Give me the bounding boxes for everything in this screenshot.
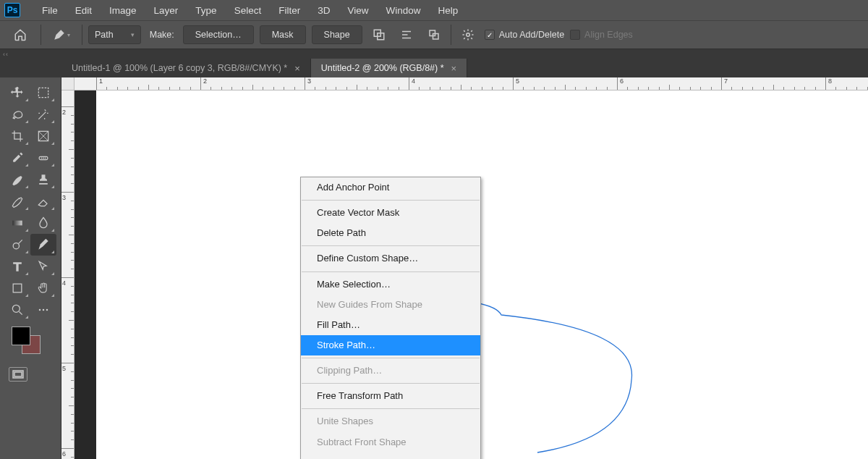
home-icon[interactable]: [6, 24, 35, 46]
pen-tool-preset-icon[interactable]: ▾: [47, 24, 76, 46]
svg-point-13: [45, 158, 46, 159]
menu-bar: Ps FileEditImageLayerTypeSelectFilter3DV…: [0, 0, 868, 20]
pen-tool[interactable]: [30, 234, 56, 256]
horizontal-ruler[interactable]: [75, 77, 868, 90]
context-menu-item[interactable]: Define Custom Shape…: [301, 248, 480, 269]
menu-type[interactable]: Type: [187, 2, 225, 19]
close-icon[interactable]: ×: [451, 63, 457, 74]
svg-rect-16: [13, 284, 22, 292]
ruler-origin[interactable]: [61, 77, 75, 90]
context-menu-item: New Guides From Shape: [301, 295, 480, 315]
svg-point-18: [39, 309, 41, 311]
photoshop-logo-icon: Ps: [4, 3, 20, 17]
marquee-tool[interactable]: [30, 82, 56, 104]
context-menu-item[interactable]: Add Anchor Point: [301, 177, 480, 198]
zoom-tool[interactable]: [4, 299, 30, 321]
canvas[interactable]: [96, 90, 868, 459]
gear-icon[interactable]: [457, 25, 479, 44]
history-brush-tool[interactable]: [4, 190, 30, 212]
lasso-tool[interactable]: [4, 104, 30, 125]
svg-rect-14: [12, 221, 22, 226]
selection-button[interactable]: Selection…: [183, 25, 254, 44]
context-menu-item: Unite Shapes at Overlap: [301, 452, 480, 459]
color-swatches[interactable]: [0, 321, 61, 363]
menu-help[interactable]: Help: [429, 2, 467, 19]
stamp-tool[interactable]: [30, 169, 56, 190]
menu-filter[interactable]: Filter: [270, 2, 309, 19]
menu-layer[interactable]: Layer: [145, 2, 187, 19]
menu-edit[interactable]: Edit: [67, 2, 101, 19]
path-arrangement-icon[interactable]: [423, 25, 445, 44]
make-label: Make:: [147, 30, 177, 40]
dodge-tool[interactable]: [4, 234, 30, 256]
context-menu-item: Subtract Front Shape: [301, 432, 480, 452]
svg-point-7: [466, 33, 469, 37]
chevron-down-icon: ▾: [131, 31, 135, 38]
menu-separator: [302, 271, 480, 272]
path-overlay: [96, 90, 868, 459]
menu-separator: [302, 245, 480, 246]
svg-rect-22: [14, 372, 22, 376]
type-tool[interactable]: [4, 256, 30, 277]
options-bar: ▾ Path ▾ Make: Selection… Mask Shape ✓ A…: [0, 20, 868, 49]
toolbox: [0, 77, 61, 459]
hand-tool[interactable]: [30, 277, 56, 299]
auto-add-delete-checkbox[interactable]: ✓ Auto Add/Delete: [485, 30, 564, 40]
svg-rect-8: [38, 88, 48, 97]
eraser-tool[interactable]: [30, 190, 56, 212]
crop-tool[interactable]: [4, 125, 30, 147]
blur-tool[interactable]: [30, 212, 56, 234]
context-menu-item[interactable]: Make Selection…: [301, 274, 480, 295]
menu-window[interactable]: Window: [377, 2, 429, 19]
context-menu-item[interactable]: Create Vector Mask: [301, 203, 480, 223]
svg-point-15: [13, 243, 19, 249]
svg-point-17: [12, 305, 20, 312]
path-selection-tool[interactable]: [30, 256, 56, 277]
document-tab[interactable]: Untitled-1 @ 100% (Layer 6 copy 3, RGB/8…: [61, 59, 311, 77]
svg-point-12: [43, 158, 44, 159]
svg-point-11: [41, 158, 43, 159]
menu-separator: [302, 383, 480, 384]
align-edges-checkbox: Align Edges: [570, 30, 633, 40]
magic-wand-tool[interactable]: [30, 104, 56, 125]
eyedropper-tool[interactable]: [4, 147, 30, 169]
menu-separator: [302, 358, 480, 358]
svg-point-20: [46, 309, 48, 311]
menu-3d[interactable]: 3D: [309, 2, 339, 19]
document-tabs: Untitled-1 @ 100% (Layer 6 copy 3, RGB/8…: [0, 59, 868, 77]
menu-view[interactable]: View: [339, 2, 377, 19]
menu-file[interactable]: File: [33, 2, 67, 19]
path-alignment-icon[interactable]: [396, 25, 417, 44]
document-tab[interactable]: Untitled-2 @ 200% (RGB/8#) *×: [311, 59, 467, 77]
panel-collapse-strip[interactable]: ‹‹: [0, 49, 868, 59]
svg-point-19: [43, 309, 45, 311]
tool-mode-dropdown[interactable]: Path ▾: [88, 25, 141, 44]
context-menu-item: Clipping Path…: [301, 361, 480, 381]
mask-button[interactable]: Mask: [260, 25, 306, 44]
shape-tool[interactable]: [4, 277, 30, 299]
context-menu-item[interactable]: Free Transform Path: [301, 386, 480, 406]
brush-tool[interactable]: [4, 169, 30, 190]
menu-select[interactable]: Select: [226, 2, 271, 19]
menu-separator: [302, 200, 480, 201]
context-menu-item: Unite Shapes: [301, 411, 480, 431]
path-operations-icon[interactable]: [368, 25, 390, 44]
gradient-tool[interactable]: [4, 212, 30, 234]
more-tool[interactable]: [30, 299, 56, 321]
screen-mode-icon[interactable]: [9, 367, 27, 382]
context-menu: Add Anchor PointCreate Vector MaskDelete…: [300, 177, 481, 459]
context-menu-item[interactable]: Stroke Path…: [301, 335, 480, 355]
move-tool[interactable]: [4, 82, 30, 104]
context-menu-item[interactable]: Fill Path…: [301, 315, 480, 335]
shape-button[interactable]: Shape: [312, 25, 362, 44]
canvas-area: Add Anchor PointCreate Vector MaskDelete…: [61, 77, 868, 459]
vertical-ruler[interactable]: [61, 90, 75, 459]
foreground-swatch[interactable]: [12, 327, 30, 345]
close-icon[interactable]: ×: [294, 63, 300, 74]
healing-tool[interactable]: [30, 147, 56, 169]
menu-image[interactable]: Image: [101, 2, 145, 19]
context-menu-item[interactable]: Delete Path: [301, 223, 480, 243]
frame-tool[interactable]: [30, 125, 56, 147]
menu-separator: [302, 408, 480, 409]
